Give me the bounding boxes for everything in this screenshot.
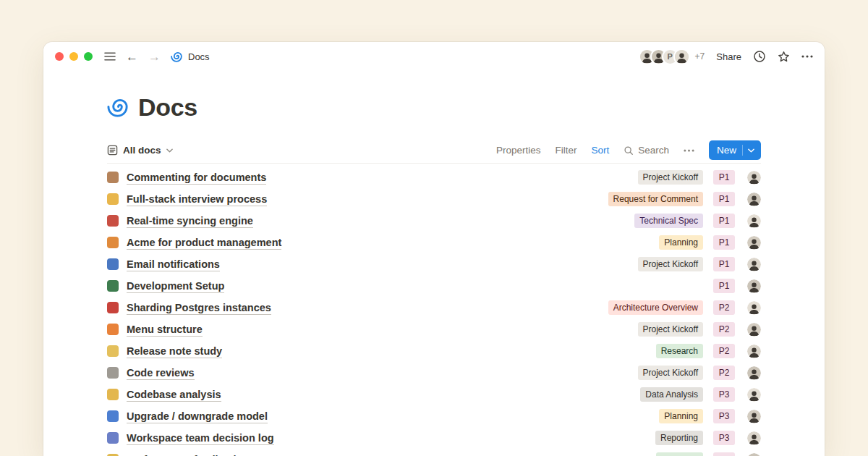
doc-row[interactable]: Real-time syncing engine Technical Spec … xyxy=(107,210,761,232)
doc-row[interactable]: Performance feedback Research P3 xyxy=(107,449,761,456)
window-titlebar: ← → Docs P xyxy=(43,42,825,71)
doc-priority-badge: P3 xyxy=(713,387,735,402)
doc-row[interactable]: Menu structure Project Kickoff P2 xyxy=(107,318,761,340)
doc-priority-badge: P3 xyxy=(713,409,735,423)
sort-button[interactable]: Sort xyxy=(591,145,609,156)
doc-owner-avatar xyxy=(747,258,761,271)
minimize-button[interactable] xyxy=(69,52,78,61)
doc-tag-badge: Request for Comment xyxy=(608,192,703,206)
doc-priority-badge: P2 xyxy=(713,322,735,337)
docs-logo-icon xyxy=(171,51,183,63)
titlebar-actions: P +7 Share xyxy=(639,48,813,65)
docs-logo-icon xyxy=(107,96,129,119)
doc-tag-badge: Reporting xyxy=(655,431,703,445)
doc-row[interactable]: Codebase analysis Data Analysis P3 xyxy=(107,384,761,405)
breadcrumb[interactable]: Docs xyxy=(171,51,210,63)
doc-title-link[interactable]: Workspace team decision log xyxy=(127,431,274,445)
up-down-arrow-icon xyxy=(107,410,119,422)
doc-row[interactable]: Commenting for documents Project Kickoff… xyxy=(107,166,761,188)
doc-tag-badge: Project Kickoff xyxy=(638,257,703,271)
doc-priority-badge: P1 xyxy=(713,214,735,228)
updates-clock-icon[interactable] xyxy=(753,50,766,63)
doc-tag-badge: Research xyxy=(656,344,703,358)
doc-row[interactable]: Full-stack interview process Request for… xyxy=(107,188,761,210)
doc-row[interactable]: Code reviews Project Kickoff P2 xyxy=(107,362,761,384)
doc-owner-avatar xyxy=(747,193,761,206)
filter-button[interactable]: Filter xyxy=(555,145,576,156)
view-more-options-icon[interactable] xyxy=(684,149,694,152)
search-label: Search xyxy=(638,145,669,156)
search-button[interactable]: Search xyxy=(624,145,669,156)
doc-row[interactable]: Release note study Research P2 xyxy=(107,340,761,362)
doc-priority-badge: P3 xyxy=(713,452,735,456)
share-button[interactable]: Share xyxy=(716,51,741,62)
app-window: ← → Docs P xyxy=(43,42,825,456)
page-content: Docs All docs Properties Filter Sort xyxy=(43,93,825,456)
doc-row[interactable]: Email notifications Project Kickoff P1 xyxy=(107,253,761,275)
doc-priority-badge: P1 xyxy=(713,170,735,185)
doc-title-link[interactable]: Upgrade / downgrade model xyxy=(127,410,268,423)
doc-title-link[interactable]: Email notifications xyxy=(127,258,220,271)
doc-owner-avatar xyxy=(747,410,761,423)
doc-owner-avatar xyxy=(747,214,761,228)
page-header: Docs xyxy=(107,93,761,122)
open-book-icon xyxy=(107,432,119,444)
doc-row[interactable]: Sharding Postgres instances Architecture… xyxy=(107,297,761,318)
locomotive-icon xyxy=(107,215,119,227)
desktop-background: ← → Docs P xyxy=(0,0,868,456)
doc-row[interactable]: Workspace team decision log Reporting P3 xyxy=(107,427,761,449)
doc-row[interactable]: Acme for product management Planning P1 xyxy=(107,232,761,253)
sidebar-toggle-icon[interactable] xyxy=(104,52,116,61)
doc-owner-avatar xyxy=(747,323,761,337)
doc-title-link[interactable]: Menu structure xyxy=(127,323,203,337)
page-title: Docs xyxy=(138,93,197,122)
doc-row[interactable]: Upgrade / downgrade model Planning P3 xyxy=(107,405,761,427)
memo-icon xyxy=(107,345,119,357)
doc-title-link[interactable]: Real-time syncing engine xyxy=(127,214,253,228)
doc-owner-avatar xyxy=(747,388,761,402)
doc-priority-badge: P2 xyxy=(713,300,735,315)
doc-owner-avatar xyxy=(747,279,761,293)
doc-owner-avatar xyxy=(747,345,761,358)
worker-icon xyxy=(107,389,119,400)
avatar-overflow-count: +7 xyxy=(695,51,705,62)
favorite-star-icon[interactable] xyxy=(778,51,790,63)
zoom-button[interactable] xyxy=(84,52,93,61)
doc-title-link[interactable]: Commenting for documents xyxy=(127,171,266,185)
doc-tag-badge: Planning xyxy=(659,409,703,423)
more-options-icon[interactable] xyxy=(801,55,813,58)
doc-tag-badge: Architecture Overview xyxy=(608,300,703,315)
collaborator-avatars[interactable]: P +7 xyxy=(639,48,705,65)
doc-title-link[interactable]: Acme for product management xyxy=(127,236,281,250)
new-button-label: New xyxy=(717,145,736,156)
doc-row[interactable]: Development Setup P1 xyxy=(107,275,761,297)
doc-title-link[interactable]: Performance feedback xyxy=(127,453,239,456)
properties-button[interactable]: Properties xyxy=(496,145,541,156)
mailbox-icon xyxy=(107,258,119,270)
construction-icon xyxy=(107,237,119,248)
new-button-chevron-icon[interactable] xyxy=(748,148,754,153)
traffic-lights xyxy=(55,52,93,61)
doc-tag-badge: Project Kickoff xyxy=(638,170,703,185)
back-arrow-icon[interactable]: ← xyxy=(126,51,138,63)
forward-arrow-icon[interactable]: → xyxy=(148,51,161,63)
doc-title-link[interactable]: Release note study xyxy=(127,345,222,358)
doc-priority-badge: P1 xyxy=(713,279,735,293)
doc-tag-badge: Data Analysis xyxy=(640,387,703,402)
doc-owner-avatar xyxy=(747,171,761,185)
doc-owner-avatar xyxy=(747,431,761,445)
postbox-icon xyxy=(107,302,119,313)
new-button[interactable]: New xyxy=(709,140,761,160)
close-button[interactable] xyxy=(55,52,64,61)
view-toolbar: All docs Properties Filter Sort Search xyxy=(107,138,761,164)
monkey-face-icon xyxy=(107,172,119,183)
doc-title-link[interactable]: Codebase analysis xyxy=(127,388,221,402)
doc-title-link[interactable]: Sharding Postgres instances xyxy=(127,301,271,315)
doc-priority-badge: P1 xyxy=(713,257,735,271)
doc-tag-badge: Project Kickoff xyxy=(638,366,703,380)
doc-priority-badge: P2 xyxy=(713,366,735,380)
doc-title-link[interactable]: Full-stack interview process xyxy=(127,193,267,206)
doc-title-link[interactable]: Development Setup xyxy=(127,279,224,293)
doc-title-link[interactable]: Code reviews xyxy=(127,366,195,380)
view-switcher[interactable]: All docs xyxy=(107,145,173,156)
